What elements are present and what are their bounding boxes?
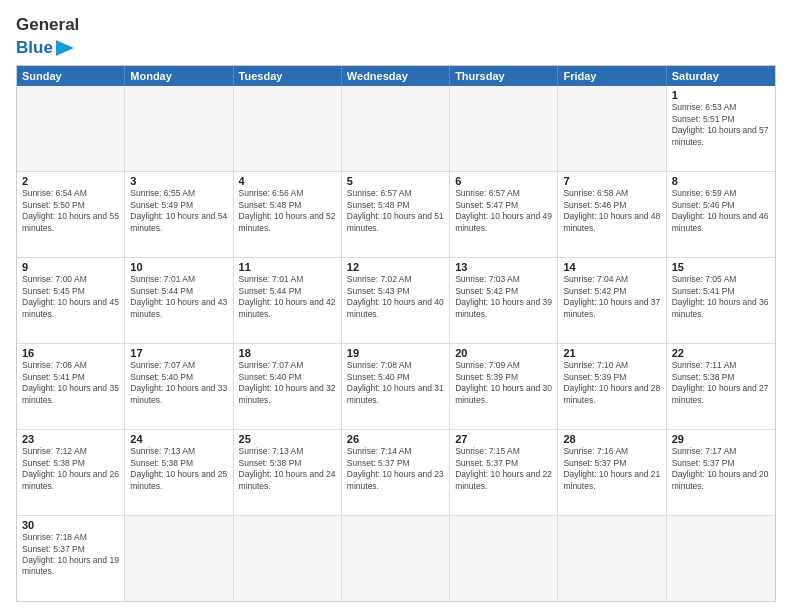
- day-number: 27: [455, 433, 552, 445]
- svg-marker-0: [56, 40, 74, 56]
- day-cell-29: 29Sunrise: 7:17 AM Sunset: 5:37 PM Dayli…: [667, 430, 775, 515]
- day-cell-20: 20Sunrise: 7:09 AM Sunset: 5:39 PM Dayli…: [450, 344, 558, 429]
- day-cell-22: 22Sunrise: 7:11 AM Sunset: 5:38 PM Dayli…: [667, 344, 775, 429]
- day-cell-13: 13Sunrise: 7:03 AM Sunset: 5:42 PM Dayli…: [450, 258, 558, 343]
- day-number: 25: [239, 433, 336, 445]
- day-info: Sunrise: 7:00 AM Sunset: 5:45 PM Dayligh…: [22, 274, 119, 320]
- empty-cell: [125, 516, 233, 601]
- day-cell-10: 10Sunrise: 7:01 AM Sunset: 5:44 PM Dayli…: [125, 258, 233, 343]
- day-info: Sunrise: 7:16 AM Sunset: 5:37 PM Dayligh…: [563, 446, 660, 492]
- day-cell-21: 21Sunrise: 7:10 AM Sunset: 5:39 PM Dayli…: [558, 344, 666, 429]
- day-cell-4: 4Sunrise: 6:56 AM Sunset: 5:48 PM Daylig…: [234, 172, 342, 257]
- day-info: Sunrise: 7:14 AM Sunset: 5:37 PM Dayligh…: [347, 446, 444, 492]
- weekday-header-wednesday: Wednesday: [342, 66, 450, 86]
- day-number: 10: [130, 261, 227, 273]
- day-cell-24: 24Sunrise: 7:13 AM Sunset: 5:38 PM Dayli…: [125, 430, 233, 515]
- day-number: 20: [455, 347, 552, 359]
- day-info: Sunrise: 6:58 AM Sunset: 5:46 PM Dayligh…: [563, 188, 660, 234]
- day-number: 3: [130, 175, 227, 187]
- day-cell-3: 3Sunrise: 6:55 AM Sunset: 5:49 PM Daylig…: [125, 172, 233, 257]
- weekday-header-thursday: Thursday: [450, 66, 558, 86]
- day-number: 15: [672, 261, 770, 273]
- day-number: 17: [130, 347, 227, 359]
- empty-cell: [234, 86, 342, 171]
- day-info: Sunrise: 7:01 AM Sunset: 5:44 PM Dayligh…: [239, 274, 336, 320]
- day-info: Sunrise: 7:09 AM Sunset: 5:39 PM Dayligh…: [455, 360, 552, 406]
- day-info: Sunrise: 6:59 AM Sunset: 5:46 PM Dayligh…: [672, 188, 770, 234]
- day-number: 13: [455, 261, 552, 273]
- day-info: Sunrise: 7:13 AM Sunset: 5:38 PM Dayligh…: [239, 446, 336, 492]
- day-cell-1: 1Sunrise: 6:53 AM Sunset: 5:51 PM Daylig…: [667, 86, 775, 171]
- day-info: Sunrise: 6:55 AM Sunset: 5:49 PM Dayligh…: [130, 188, 227, 234]
- empty-cell: [342, 86, 450, 171]
- day-cell-2: 2Sunrise: 6:54 AM Sunset: 5:50 PM Daylig…: [17, 172, 125, 257]
- day-cell-30: 30Sunrise: 7:18 AM Sunset: 5:37 PM Dayli…: [17, 516, 125, 601]
- empty-cell: [125, 86, 233, 171]
- empty-cell: [17, 86, 125, 171]
- weekday-header-friday: Friday: [558, 66, 666, 86]
- day-info: Sunrise: 7:08 AM Sunset: 5:40 PM Dayligh…: [347, 360, 444, 406]
- empty-cell: [667, 516, 775, 601]
- weekday-header-sunday: Sunday: [17, 66, 125, 86]
- empty-cell: [450, 86, 558, 171]
- day-info: Sunrise: 7:10 AM Sunset: 5:39 PM Dayligh…: [563, 360, 660, 406]
- day-cell-16: 16Sunrise: 7:06 AM Sunset: 5:41 PM Dayli…: [17, 344, 125, 429]
- empty-cell: [342, 516, 450, 601]
- empty-cell: [558, 86, 666, 171]
- day-info: Sunrise: 7:07 AM Sunset: 5:40 PM Dayligh…: [239, 360, 336, 406]
- weekday-header-saturday: Saturday: [667, 66, 775, 86]
- day-number: 21: [563, 347, 660, 359]
- day-info: Sunrise: 6:57 AM Sunset: 5:47 PM Dayligh…: [455, 188, 552, 234]
- day-cell-17: 17Sunrise: 7:07 AM Sunset: 5:40 PM Dayli…: [125, 344, 233, 429]
- day-cell-27: 27Sunrise: 7:15 AM Sunset: 5:37 PM Dayli…: [450, 430, 558, 515]
- day-info: Sunrise: 7:18 AM Sunset: 5:37 PM Dayligh…: [22, 532, 119, 578]
- calendar-row-1: 1Sunrise: 6:53 AM Sunset: 5:51 PM Daylig…: [17, 86, 775, 172]
- calendar-row-3: 9Sunrise: 7:00 AM Sunset: 5:45 PM Daylig…: [17, 258, 775, 344]
- day-number: 9: [22, 261, 119, 273]
- day-info: Sunrise: 7:01 AM Sunset: 5:44 PM Dayligh…: [130, 274, 227, 320]
- day-number: 2: [22, 175, 119, 187]
- day-cell-15: 15Sunrise: 7:05 AM Sunset: 5:41 PM Dayli…: [667, 258, 775, 343]
- day-number: 6: [455, 175, 552, 187]
- day-cell-8: 8Sunrise: 6:59 AM Sunset: 5:46 PM Daylig…: [667, 172, 775, 257]
- day-cell-9: 9Sunrise: 7:00 AM Sunset: 5:45 PM Daylig…: [17, 258, 125, 343]
- day-info: Sunrise: 6:53 AM Sunset: 5:51 PM Dayligh…: [672, 102, 770, 148]
- day-number: 5: [347, 175, 444, 187]
- calendar-row-6: 30Sunrise: 7:18 AM Sunset: 5:37 PM Dayli…: [17, 516, 775, 601]
- day-info: Sunrise: 6:54 AM Sunset: 5:50 PM Dayligh…: [22, 188, 119, 234]
- day-info: Sunrise: 7:06 AM Sunset: 5:41 PM Dayligh…: [22, 360, 119, 406]
- day-number: 1: [672, 89, 770, 101]
- day-info: Sunrise: 7:07 AM Sunset: 5:40 PM Dayligh…: [130, 360, 227, 406]
- day-number: 28: [563, 433, 660, 445]
- day-cell-28: 28Sunrise: 7:16 AM Sunset: 5:37 PM Dayli…: [558, 430, 666, 515]
- calendar-body: 1Sunrise: 6:53 AM Sunset: 5:51 PM Daylig…: [17, 86, 775, 601]
- day-info: Sunrise: 7:11 AM Sunset: 5:38 PM Dayligh…: [672, 360, 770, 406]
- day-number: 23: [22, 433, 119, 445]
- day-number: 12: [347, 261, 444, 273]
- day-number: 30: [22, 519, 119, 531]
- day-cell-11: 11Sunrise: 7:01 AM Sunset: 5:44 PM Dayli…: [234, 258, 342, 343]
- day-number: 29: [672, 433, 770, 445]
- day-number: 14: [563, 261, 660, 273]
- calendar-row-5: 23Sunrise: 7:12 AM Sunset: 5:38 PM Dayli…: [17, 430, 775, 516]
- day-cell-26: 26Sunrise: 7:14 AM Sunset: 5:37 PM Dayli…: [342, 430, 450, 515]
- empty-cell: [450, 516, 558, 601]
- day-cell-25: 25Sunrise: 7:13 AM Sunset: 5:38 PM Dayli…: [234, 430, 342, 515]
- day-info: Sunrise: 7:17 AM Sunset: 5:37 PM Dayligh…: [672, 446, 770, 492]
- day-number: 26: [347, 433, 444, 445]
- day-cell-6: 6Sunrise: 6:57 AM Sunset: 5:47 PM Daylig…: [450, 172, 558, 257]
- day-cell-18: 18Sunrise: 7:07 AM Sunset: 5:40 PM Dayli…: [234, 344, 342, 429]
- calendar-header: SundayMondayTuesdayWednesdayThursdayFrid…: [17, 66, 775, 86]
- day-info: Sunrise: 7:02 AM Sunset: 5:43 PM Dayligh…: [347, 274, 444, 320]
- day-number: 22: [672, 347, 770, 359]
- day-info: Sunrise: 7:05 AM Sunset: 5:41 PM Dayligh…: [672, 274, 770, 320]
- empty-cell: [234, 516, 342, 601]
- day-cell-19: 19Sunrise: 7:08 AM Sunset: 5:40 PM Dayli…: [342, 344, 450, 429]
- day-info: Sunrise: 7:03 AM Sunset: 5:42 PM Dayligh…: [455, 274, 552, 320]
- page-header: GeneralBlue: [16, 16, 776, 57]
- day-info: Sunrise: 6:57 AM Sunset: 5:48 PM Dayligh…: [347, 188, 444, 234]
- logo-blue: Blue: [16, 39, 53, 58]
- day-number: 19: [347, 347, 444, 359]
- day-number: 16: [22, 347, 119, 359]
- day-info: Sunrise: 6:56 AM Sunset: 5:48 PM Dayligh…: [239, 188, 336, 234]
